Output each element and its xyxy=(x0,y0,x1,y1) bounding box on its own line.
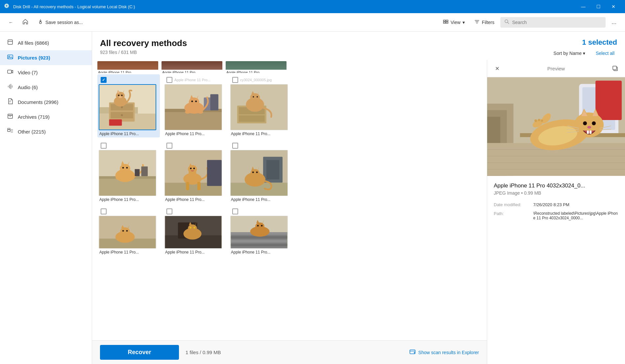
sidebar-item-other[interactable]: Other (2215) xyxy=(0,124,92,139)
preview-filename: Apple iPhone 11 Pro 4032x3024_0... xyxy=(494,182,618,189)
svg-point-62 xyxy=(122,167,124,169)
preview-info: Apple iPhone 11 Pro 4032x3024_0... JPEG … xyxy=(487,176,625,227)
preview-meta: Date modified: 7/26/2020 8:23 PM Path: \… xyxy=(494,202,618,220)
sidebar-item-video[interactable]: Video (7) xyxy=(0,65,92,80)
sort-by-label: Sort by Name xyxy=(554,51,582,56)
cell-label-8: Apple iPhone 11 Pro... xyxy=(164,250,224,255)
preview-meta-date: Date modified: 7/26/2020 8:23 PM xyxy=(494,202,618,207)
grid-cell-6[interactable]: Apple iPhone 11 Pro... xyxy=(229,140,291,203)
svg-rect-67 xyxy=(135,169,140,176)
view-icon xyxy=(443,19,449,26)
maximize-button[interactable]: ☐ xyxy=(591,0,606,13)
svg-point-43 xyxy=(185,110,190,114)
filters-button[interactable]: Filters xyxy=(471,17,498,28)
window-controls: — ☐ ✕ xyxy=(576,0,621,13)
cell-header-4 xyxy=(99,141,159,150)
checkbox-2[interactable] xyxy=(166,77,172,83)
cell-filename-top-3: cy3024_000005.jpg xyxy=(240,78,288,82)
top-partial-label-3: Apple iPhone 11 Pro... xyxy=(226,70,287,73)
grid-cell-8[interactable]: Apple iPhone 11 Pro... xyxy=(163,206,226,256)
svg-point-117 xyxy=(257,225,259,227)
checkbox-5[interactable] xyxy=(166,143,172,149)
sidebar-item-archives[interactable]: Archives (719) xyxy=(0,109,92,124)
save-session-button[interactable]: Save session as... xyxy=(34,17,86,28)
checkbox-1[interactable] xyxy=(101,77,107,83)
content-area: Apple iPhone 11 Pro... Apple iPhone 11 P… xyxy=(92,60,487,364)
top-partial-label-2: Apple iPhone 11 Pro... xyxy=(162,70,222,73)
grid-cell-3[interactable]: cy3024_000005.jpg xyxy=(229,74,291,137)
close-button[interactable]: ✕ xyxy=(606,0,621,13)
sidebar-item-pictures[interactable]: Pictures (923) xyxy=(0,50,92,65)
view-button[interactable]: View ▾ xyxy=(439,17,468,28)
svg-point-36 xyxy=(189,97,199,107)
select-all-button[interactable]: Select all xyxy=(593,49,617,57)
sort-by-button[interactable]: Sort by Name ▾ xyxy=(551,49,588,57)
checkbox-7[interactable] xyxy=(101,208,107,214)
svg-rect-48 xyxy=(239,115,265,122)
svg-point-50 xyxy=(250,93,260,102)
cell-label-3: Apple iPhone 11 Pro... xyxy=(230,132,290,136)
title-bar: 💿 Disk Drill - All recovery methods - Lo… xyxy=(0,0,625,13)
svg-point-40 xyxy=(195,101,197,102)
checkbox-3[interactable] xyxy=(232,77,238,83)
checkbox-4[interactable] xyxy=(101,143,107,149)
archives-icon xyxy=(7,113,14,121)
cell-filename-top-2: Apple iPhone 11 Pro... xyxy=(174,78,222,82)
search-icon xyxy=(504,19,510,26)
recover-button[interactable]: Recover xyxy=(100,345,179,360)
cell-image-5 xyxy=(164,150,222,196)
audio-icon xyxy=(7,83,14,91)
selected-badge: 1 selected xyxy=(582,38,617,47)
sidebar-label-video: Video (7) xyxy=(18,70,38,75)
grid-cell-5[interactable]: Apple iPhone 11 Pro... xyxy=(163,140,226,203)
svg-rect-3 xyxy=(443,22,445,23)
svg-point-54 xyxy=(257,96,258,97)
sidebar-label-pictures: Pictures (923) xyxy=(18,55,50,61)
minimize-button[interactable]: — xyxy=(576,0,591,13)
svg-rect-13 xyxy=(8,128,10,129)
home-button[interactable] xyxy=(19,17,32,28)
cell-image-4 xyxy=(99,150,156,196)
home-icon xyxy=(22,19,28,26)
grid-cell-1[interactable]: Apple iPhone 11 Pro... xyxy=(97,74,160,137)
grid-cell-9[interactable]: Apple iPhone 11 Pro... xyxy=(229,206,291,256)
other-icon xyxy=(7,128,14,136)
cell-image-7 xyxy=(99,216,156,249)
preview-close-button[interactable]: ✕ xyxy=(492,64,502,73)
more-button[interactable]: ... xyxy=(608,17,620,28)
top-partial-label-1: Apple iPhone 11 Pro... xyxy=(97,70,158,73)
grid-cell-2[interactable]: Apple iPhone 11 Pro... xyxy=(163,74,226,137)
grid-cell-4[interactable]: Apple iPhone 11 Pro... xyxy=(97,140,160,203)
svg-rect-12 xyxy=(8,130,10,132)
svg-point-39 xyxy=(191,101,193,102)
cell-image-3 xyxy=(230,84,288,130)
filters-icon xyxy=(474,19,480,26)
search-input[interactable] xyxy=(512,20,602,25)
checkbox-9[interactable] xyxy=(232,208,238,214)
svg-point-89 xyxy=(256,172,258,173)
sidebar-item-audio[interactable]: Audio (6) xyxy=(0,80,92,95)
preview-title: Preview xyxy=(547,66,565,71)
show-explorer-button[interactable]: Show scan results in Explorer xyxy=(409,349,479,356)
path-value: \Reconstructed labeled\Pictures\jpg\Appl… xyxy=(533,211,618,220)
cell-label-7: Apple iPhone 11 Pro... xyxy=(99,250,159,255)
cell-header-8 xyxy=(164,207,224,216)
checkbox-8[interactable] xyxy=(166,208,172,214)
all-files-icon xyxy=(7,39,14,47)
files-info: 1 files / 0.99 MB xyxy=(186,350,221,355)
save-icon xyxy=(38,19,43,26)
documents-icon xyxy=(7,98,14,106)
back-button[interactable]: ← xyxy=(5,18,16,27)
grid-cell-7[interactable]: Apple iPhone 11 Pro... xyxy=(97,206,160,256)
checkbox-6[interactable] xyxy=(232,143,238,149)
preview-filetype: JPEG Image • 0.99 MB xyxy=(494,190,618,196)
sidebar-item-documents[interactable]: Documents (2996) xyxy=(0,95,92,109)
preview-copy-button[interactable] xyxy=(611,64,620,73)
sidebar-item-all-files[interactable]: All files (6866) xyxy=(0,36,92,50)
svg-point-144 xyxy=(592,121,596,125)
svg-rect-129 xyxy=(595,81,622,120)
cell-header-1 xyxy=(99,76,159,84)
grid-row-2: Apple iPhone 11 Pro... xyxy=(97,140,482,203)
svg-point-114 xyxy=(255,223,264,231)
save-label: Save session as... xyxy=(45,20,83,25)
